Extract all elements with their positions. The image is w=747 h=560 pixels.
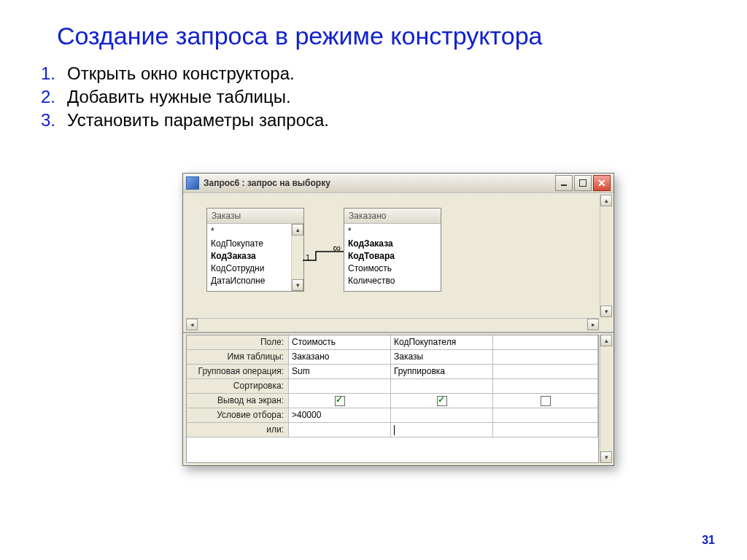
field-list[interactable]: * КодПокупате КодЗаказа КодСотрудни Дата…	[207, 224, 303, 289]
grid-cell[interactable]	[289, 423, 391, 438]
step-item: Установить параметры запроса.	[41, 110, 747, 131]
grid-cell[interactable]	[289, 379, 391, 394]
grid-cell[interactable]	[493, 335, 598, 350]
grid-row-label: Условие отбора:	[187, 408, 289, 423]
vertical-scrollbar[interactable]: ▴ ▾	[600, 335, 612, 463]
grid-cell[interactable]	[493, 365, 598, 379]
relation-one-label: 1	[306, 253, 310, 262]
maximize-button[interactable]	[574, 175, 592, 191]
field-item[interactable]: КодСотрудни	[209, 262, 302, 275]
scroll-down-icon[interactable]: ▾	[600, 306, 612, 317]
field-item[interactable]: *	[209, 225, 302, 238]
qbe-grid-pane: Поле: Стоимость КодПокупателя Имя таблиц…	[183, 333, 614, 464]
scroll-left-icon[interactable]: ◂	[186, 319, 198, 330]
slide-title: Создание запроса в режиме конструктора	[57, 22, 747, 50]
access-query-window: Запрос6 : запрос на выборку ✕ Заказы * К…	[182, 173, 614, 466]
scroll-right-icon[interactable]: ▸	[587, 319, 599, 330]
list-scrollbar[interactable]: ▴ ▾	[291, 224, 303, 291]
relationship-line[interactable]: 1 ∞	[303, 246, 344, 268]
table-header: Заказано	[344, 209, 441, 224]
grid-cell[interactable]: Стоимость	[289, 335, 391, 350]
table-box-zakazy[interactable]: Заказы * КодПокупате КодЗаказа КодСотруд…	[206, 208, 304, 292]
field-item[interactable]: Количество	[346, 275, 439, 287]
grid-cell[interactable]: КодПокупателя	[391, 335, 493, 350]
grid-row-label: Вывод на экран:	[187, 394, 289, 408]
grid-cell[interactable]: Sum	[289, 365, 391, 379]
app-icon	[186, 176, 199, 190]
grid-cell[interactable]	[493, 408, 598, 423]
grid-row-label: Имя таблицы:	[187, 350, 289, 365]
step-item: Добавить нужные таблицы.	[41, 87, 747, 107]
field-item[interactable]: КодПокупате	[209, 238, 302, 250]
scroll-down-icon[interactable]: ▾	[292, 279, 303, 291]
grid-cell[interactable]	[289, 394, 391, 408]
grid-cell[interactable]: >40000	[289, 408, 391, 423]
table-box-zakazano[interactable]: Заказано * КодЗаказа КодТовара Стоимость…	[344, 208, 441, 292]
text-cursor-icon	[394, 425, 395, 435]
grid-cell[interactable]	[391, 394, 493, 408]
scroll-up-icon[interactable]: ▴	[600, 195, 612, 206]
page-number: 31	[702, 534, 715, 547]
grid-cell[interactable]	[493, 379, 598, 394]
field-item[interactable]: КодТовара	[346, 250, 439, 262]
window-title: Запрос6 : запрос на выборку	[204, 178, 554, 188]
steps-list: Открыть окно конструктора. Добавить нужн…	[41, 63, 747, 131]
checkbox-icon[interactable]	[541, 396, 551, 406]
close-button[interactable]: ✕	[593, 175, 611, 191]
grid-row-label: Групповая операция:	[187, 365, 289, 379]
scroll-up-icon[interactable]: ▴	[600, 335, 612, 346]
grid-cell[interactable]	[493, 423, 598, 438]
titlebar[interactable]: Запрос6 : запрос на выборку ✕	[183, 174, 614, 193]
grid-cell[interactable]	[391, 423, 493, 438]
grid-cell[interactable]: Заказы	[391, 350, 493, 365]
grid-row-label: или:	[187, 423, 289, 438]
minimize-button[interactable]	[555, 175, 573, 191]
grid-cell[interactable]	[391, 379, 493, 394]
scroll-down-icon[interactable]: ▾	[600, 451, 612, 463]
field-item[interactable]: КодЗаказа	[346, 238, 439, 250]
checkbox-icon[interactable]	[335, 396, 345, 406]
relation-many-label: ∞	[333, 241, 341, 254]
checkbox-icon[interactable]	[437, 396, 447, 406]
step-item: Открыть окно конструктора.	[41, 63, 747, 84]
field-item[interactable]: ДатаИсполне	[209, 275, 302, 287]
field-list[interactable]: * КодЗаказа КодТовара Стоимость Количест…	[344, 224, 441, 289]
field-item[interactable]: КодЗаказа	[209, 250, 302, 262]
grid-cell[interactable]	[493, 350, 598, 365]
horizontal-scrollbar[interactable]: ◂ ▸	[186, 318, 599, 330]
grid-row-label: Поле:	[187, 335, 289, 350]
vertical-scrollbar[interactable]: ▴ ▾	[600, 195, 612, 317]
field-item[interactable]: *	[346, 225, 439, 238]
scroll-up-icon[interactable]: ▴	[292, 224, 303, 236]
diagram-pane: Заказы * КодПокупате КодЗаказа КодСотруд…	[183, 193, 614, 333]
qbe-grid[interactable]: Поле: Стоимость КодПокупателя Имя таблиц…	[186, 335, 599, 463]
grid-cell[interactable]: Заказано	[289, 350, 391, 365]
grid-cell[interactable]: Группировка	[391, 365, 493, 379]
grid-cell[interactable]	[493, 394, 598, 408]
grid-cell[interactable]	[391, 408, 493, 423]
table-header: Заказы	[207, 209, 303, 224]
grid-row-label: Сортировка:	[187, 379, 289, 394]
field-item[interactable]: Стоимость	[346, 262, 439, 275]
